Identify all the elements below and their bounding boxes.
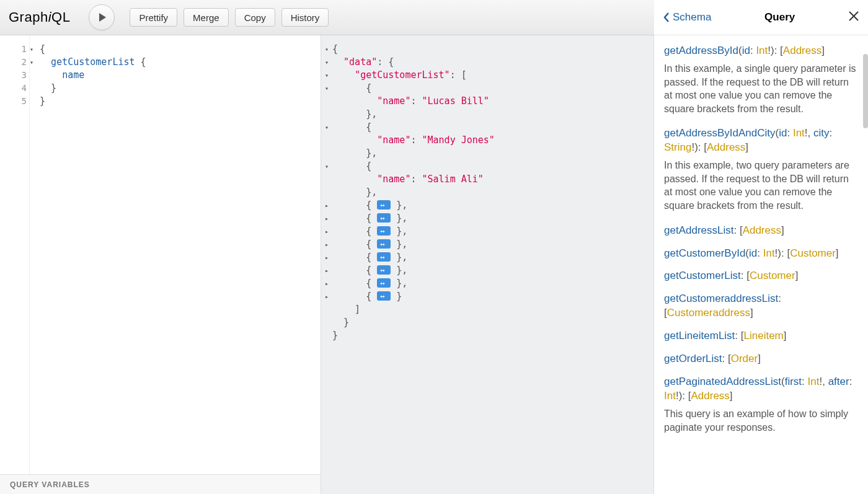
line-gutter: 12345: [0, 35, 30, 474]
doc-field-signature[interactable]: getCustomeraddressList: [Customeraddress…: [664, 292, 858, 320]
result-code: { "data": { "getCustomerList": [ { "name…: [332, 43, 495, 342]
expand-collapsed-icon[interactable]: [377, 226, 391, 236]
doc-back-label: Schema: [673, 11, 711, 24]
result-fold-gutter[interactable]: ▾▾▾▾▾▾▸▸▸▸▸▸▸▸: [321, 43, 332, 342]
fold-gutter[interactable]: ▾▾: [30, 35, 40, 474]
doc-field-description: This query is an example of how to simpl…: [664, 407, 858, 434]
expand-collapsed-icon[interactable]: [377, 265, 391, 275]
copy-button[interactable]: Copy: [235, 8, 275, 27]
doc-field-description: In this example, two query parameters ar…: [664, 159, 858, 212]
expand-collapsed-icon[interactable]: [377, 291, 391, 301]
expand-collapsed-icon[interactable]: [377, 278, 391, 288]
result-pane: ▾▾▾▾▾▾▸▸▸▸▸▸▸▸ { "data": { "getCustomerL…: [321, 35, 653, 494]
expand-collapsed-icon[interactable]: [377, 200, 391, 210]
doc-field-signature[interactable]: getLineitemList: [Lineitem]: [664, 329, 858, 343]
prettify-button[interactable]: Prettify: [130, 8, 177, 27]
main: 12345 ▾▾ { getCustomerList { name }} QUE…: [0, 35, 868, 494]
query-variables-header[interactable]: QUERY VARIABLES: [0, 474, 321, 494]
doc-content[interactable]: getAddressById(id: Int!): [Address]In th…: [654, 35, 868, 454]
doc-field-signature[interactable]: getPaginatedAddressList(first: Int!, aft…: [664, 375, 858, 404]
graphiql-logo: GraphiQL: [9, 9, 70, 25]
execute-button[interactable]: [89, 4, 115, 30]
history-button[interactable]: History: [281, 8, 329, 27]
doc-explorer: Schema Query getAddressById(id: Int!): […: [653, 35, 868, 494]
merge-button[interactable]: Merge: [184, 8, 229, 27]
play-icon: [97, 12, 107, 22]
chevron-left-icon: [663, 12, 670, 23]
expand-collapsed-icon[interactable]: [377, 252, 391, 262]
doc-field-description: In this example, a single query paramete…: [664, 62, 858, 115]
doc-header: Schema Query: [654, 0, 868, 35]
doc-field-signature[interactable]: getAddressList: [Address]: [664, 224, 858, 238]
doc-field-signature[interactable]: getCustomerList: [Customer]: [664, 269, 858, 283]
doc-back-button[interactable]: Schema: [663, 11, 711, 24]
doc-field-signature[interactable]: getAddressByIdAndCity(id: Int!, city: St…: [664, 126, 858, 155]
expand-collapsed-icon[interactable]: [377, 213, 391, 223]
query-editor-pane: 12345 ▾▾ { getCustomerList { name }} QUE…: [0, 35, 321, 494]
doc-field-signature[interactable]: getOrderList: [Order]: [664, 352, 858, 366]
expand-collapsed-icon[interactable]: [377, 239, 391, 249]
doc-close-button[interactable]: [848, 11, 859, 25]
query-code[interactable]: { getCustomerList { name }}: [40, 35, 146, 474]
close-icon: [848, 11, 859, 22]
doc-title: Query: [764, 11, 795, 24]
query-editor[interactable]: 12345 ▾▾ { getCustomerList { name }}: [0, 35, 321, 474]
doc-field-signature[interactable]: getAddressById(id: Int!): [Address]: [664, 44, 858, 58]
doc-field-signature[interactable]: getCustomerById(id: Int!): [Customer]: [664, 247, 858, 261]
